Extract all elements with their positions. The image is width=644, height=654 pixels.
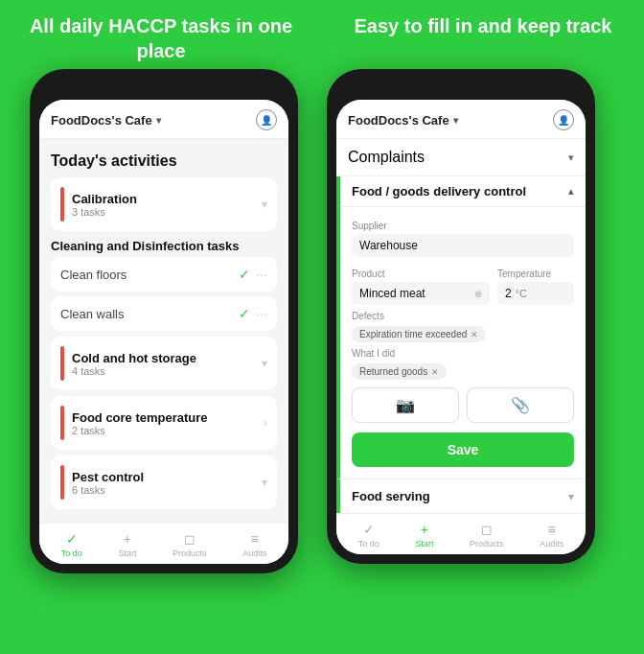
clean-walls-item[interactable]: Clean walls ✓ ···: [51, 296, 277, 331]
today-activities-title: Today's activities: [51, 152, 277, 170]
food-core-title: Food core temperature: [72, 410, 256, 425]
supplier-field[interactable]: Warehouse: [352, 234, 574, 257]
phone2-header: FoodDocs's Cafe ▾ 👤: [336, 100, 586, 139]
clip-button[interactable]: 📎: [467, 387, 574, 423]
phone1-header: FoodDocs's Cafe ▾ 👤: [39, 100, 288, 139]
what-i-did-label: What I did: [352, 348, 574, 359]
defect-tag-text: Expiration time exceeded: [359, 329, 467, 339]
products-label-right: Products: [470, 539, 504, 549]
pest-control-card[interactable]: Pest control 6 tasks ▾: [51, 455, 277, 509]
cold-storage-card[interactable]: Cold and hot storage 4 tasks ▾: [51, 337, 277, 390]
delivery-header[interactable]: Food / goods delivery control ▴: [340, 176, 586, 207]
photo-clip-row: 📷 📎: [352, 387, 574, 423]
clean-floors-check: ✓: [239, 267, 250, 282]
calibration-chevron: ▾: [262, 198, 267, 211]
cold-storage-sub: 4 tasks: [72, 365, 254, 377]
food-core-chevron: ›: [264, 416, 267, 430]
products-icon-left: ◻: [184, 531, 196, 547]
temperature-value: 2: [505, 287, 512, 300]
complaints-bar[interactable]: Complaints ▾: [336, 139, 586, 176]
temperature-field[interactable]: 2 °C: [497, 282, 574, 305]
defects-label: Defects: [352, 311, 574, 321]
clean-floors-dots: ···: [256, 267, 267, 282]
phone-notch-left: [126, 79, 202, 96]
products-icon-right: ◻: [481, 522, 493, 537]
camera-button[interactable]: 📷: [352, 387, 459, 423]
delivery-title: Food / goods delivery control: [352, 184, 526, 199]
footer-audits-left[interactable]: ≡ Audits: [242, 531, 266, 558]
audits-icon-left: ≡: [251, 531, 259, 547]
phone1-footer: ✓ To do + Start ◻ Products ≡: [39, 523, 288, 564]
food-core-sub: 2 tasks: [72, 425, 256, 436]
pest-control-chevron: ▾: [262, 476, 267, 489]
audits-label-left: Audits: [242, 549, 266, 558]
phone-notch-right: [423, 79, 499, 96]
clean-walls-text: Clean walls: [60, 307, 239, 321]
footer-products-right[interactable]: ◻ Products: [470, 522, 504, 549]
phone2-footer: ✓ To do + Start ◻ Products ≡: [336, 513, 586, 554]
right-headline: Easy to fill in and keep track: [322, 0, 644, 69]
save-button[interactable]: Save: [352, 432, 574, 467]
pest-control-sub: 6 tasks: [72, 484, 254, 496]
product-temp-row: Product Minced meat ⊕ Temperature: [352, 263, 574, 305]
food-serving-chevron: ▾: [568, 490, 574, 503]
footer-todo-right[interactable]: ✓ To do: [358, 522, 380, 549]
food-core-red-bar: [60, 406, 64, 440]
footer-products-left[interactable]: ◻ Products: [172, 531, 207, 558]
footer-audits-right[interactable]: ≡ Audits: [540, 522, 564, 549]
footer-start-right[interactable]: + Start: [415, 522, 433, 549]
delivery-form: Supplier Warehouse Product Minced meat: [340, 207, 586, 479]
product-label: Product: [352, 269, 490, 279]
start-icon-left: +: [124, 531, 131, 547]
returned-tag[interactable]: Returned goods ✕: [352, 363, 447, 380]
phone2-title: FoodDocs's Cafe: [348, 113, 449, 128]
product-field[interactable]: Minced meat ⊕: [352, 282, 490, 305]
phone1-avatar: 👤: [256, 109, 277, 130]
cold-red-bar: [60, 346, 64, 381]
delivery-chevron: ▴: [568, 185, 574, 198]
returned-area: Returned goods ✕: [352, 362, 574, 380]
start-label-left: Start: [118, 549, 136, 558]
phone1-title: FoodDocs's Cafe: [51, 113, 152, 128]
start-icon-right: +: [421, 522, 428, 537]
food-core-card[interactable]: Food core temperature 2 tasks ›: [51, 396, 277, 450]
audits-icon-right: ≡: [548, 522, 556, 537]
target-icon: ⊕: [474, 289, 482, 299]
todo-icon-right: ✓: [363, 522, 375, 537]
food-serving-label: Food serving: [352, 489, 430, 503]
pest-control-title: Pest control: [72, 470, 254, 484]
phone2-chevron: ▾: [453, 115, 458, 126]
red-bar: [60, 187, 64, 222]
temperature-unit: °C: [516, 288, 527, 299]
cold-storage-title: Cold and hot storage: [72, 351, 254, 365]
returned-tag-text: Returned goods: [359, 366, 427, 377]
footer-todo-left[interactable]: ✓ To do: [61, 531, 82, 558]
defect-tag-x[interactable]: ✕: [471, 330, 478, 339]
right-phone: FoodDocs's Cafe ▾ 👤 Complaints ▾: [327, 69, 614, 564]
clean-floors-text: Clean floors: [60, 268, 239, 282]
clean-floors-item[interactable]: Clean floors ✓ ···: [51, 257, 277, 292]
cleaning-section-label: Cleaning and Disinfection tasks: [51, 239, 277, 253]
complaints-label: Complaints: [348, 149, 425, 166]
calibration-card[interactable]: Calibration 3 tasks ▾: [51, 177, 277, 231]
supplier-label: Supplier: [352, 221, 574, 231]
phone1-chevron: ▾: [156, 115, 161, 126]
defects-area: Expiration time exceeded ✕: [352, 324, 574, 342]
pest-red-bar: [60, 465, 64, 500]
calibration-sub: 3 tasks: [72, 206, 254, 218]
returned-tag-x[interactable]: ✕: [431, 367, 439, 377]
food-serving-bar[interactable]: Food serving ▾: [336, 479, 586, 513]
delivery-section: Food / goods delivery control ▴ Supplier…: [336, 176, 586, 479]
product-value: Minced meat: [359, 287, 426, 300]
footer-start-left[interactable]: + Start: [118, 531, 136, 558]
left-headline: All daily HACCP tasks in one place: [0, 0, 322, 69]
cold-storage-chevron: ▾: [262, 357, 267, 370]
clean-walls-dots: ···: [256, 306, 267, 321]
defect-tag[interactable]: Expiration time exceeded ✕: [352, 326, 486, 342]
products-label-left: Products: [172, 549, 207, 558]
clean-walls-check: ✓: [239, 306, 250, 321]
start-label-right: Start: [415, 539, 433, 549]
phone2-avatar: 👤: [553, 109, 574, 130]
supplier-value: Warehouse: [359, 239, 418, 252]
todo-icon-left: ✓: [66, 531, 78, 547]
